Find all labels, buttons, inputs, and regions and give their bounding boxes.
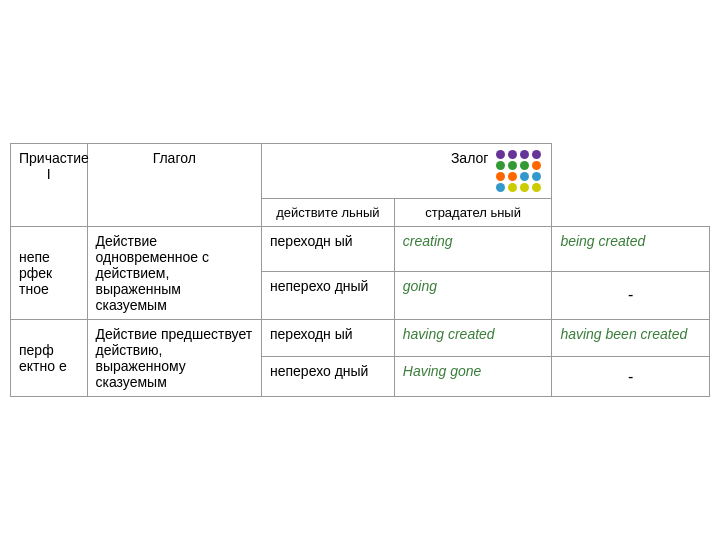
- перфектное-глагол-1: переходн ый: [261, 320, 394, 357]
- header-row: Причастие I Глагол Залог: [11, 144, 710, 199]
- неперфектное-глагол-2: неперехо дный: [261, 271, 394, 319]
- неперфектное-действ-1: creating: [394, 227, 552, 272]
- dots-decoration: [496, 150, 541, 192]
- main-table: Причастие I Глагол Залог: [10, 143, 710, 397]
- page-wrapper: Причастие I Глагол Залог: [0, 0, 720, 540]
- неперфектное-действ-2: going: [394, 271, 552, 319]
- залог-header: Залог: [261, 144, 551, 199]
- неперфектное-страд-2: -: [552, 271, 710, 319]
- перфектное-действ-2: Having gone: [394, 357, 552, 397]
- перфектное-desc: Действие предшествует действию, выраженн…: [87, 320, 261, 397]
- неперфектное-глагол-1: переходн ый: [261, 227, 394, 272]
- table-row: непе рфек тное Действие одновременное с …: [11, 227, 710, 272]
- перфектное-действ-1: having created: [394, 320, 552, 357]
- перфектное-страд-2: -: [552, 357, 710, 397]
- страдательный-header: страдател ьный: [394, 199, 552, 227]
- перфектное-глагол-2: неперехо дный: [261, 357, 394, 397]
- глагол-header: Глагол: [87, 144, 261, 227]
- перфектное-страд-1: having been created: [552, 320, 710, 357]
- действительный-header: действите льный: [261, 199, 394, 227]
- неперфектное-страд-1: being created: [552, 227, 710, 272]
- причастие-header: Причастие I: [11, 144, 88, 227]
- перфектное-label: перф ектно е: [11, 320, 88, 397]
- неперфектное-desc: Действие одновременное с действием, выра…: [87, 227, 261, 320]
- неперфектное-label: непе рфек тное: [11, 227, 88, 320]
- table-row: перф ектно е Действие предшествует дейст…: [11, 320, 710, 357]
- table-container: Причастие I Глагол Залог: [10, 143, 710, 397]
